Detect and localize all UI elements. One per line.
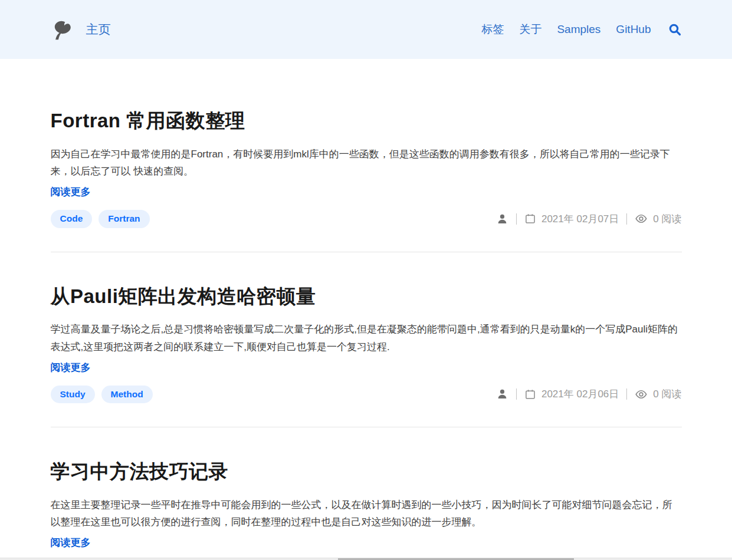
- post-list: Fortran 常用函数整理 因为自己在学习中最常使用的是Fortran，有时候…: [51, 59, 682, 560]
- nav-link-github[interactable]: GitHub: [616, 23, 651, 36]
- ginkgo-leaf-icon[interactable]: [51, 18, 73, 41]
- post-card: 从Pauli矩阵出发构造哈密顿量 学过高量及量子场论之后,总是习惯将哈密顿量写成…: [51, 252, 682, 428]
- search-icon[interactable]: [668, 22, 682, 37]
- meta-separator: [516, 388, 517, 400]
- tag-pill[interactable]: Study: [51, 386, 95, 403]
- nav-home-link[interactable]: 主页: [86, 21, 111, 38]
- tag-pill[interactable]: Fortran: [99, 210, 149, 228]
- tag-pill[interactable]: Code: [51, 210, 93, 228]
- meta-separator: [516, 213, 517, 225]
- post-excerpt: 因为自己在学习中最常使用的是Fortran，有时候要用到mkl库中的一些函数，但…: [51, 146, 682, 180]
- views-icon: [635, 388, 648, 401]
- post-views: 0 阅读: [653, 212, 681, 226]
- nav-menu: 标签 关于 Samples GitHub: [466, 22, 681, 37]
- calendar-icon: [524, 213, 536, 225]
- post-card: Fortran 常用函数整理 因为自己在学习中最常使用的是Fortran，有时候…: [51, 77, 682, 252]
- views-icon: [635, 212, 648, 225]
- meta-separator: [626, 388, 627, 400]
- brand: 主页: [51, 18, 111, 41]
- navbar: 主页 标签 关于 Samples GitHub: [0, 0, 732, 59]
- tag-list: Study Method: [51, 386, 153, 403]
- post-views: 0 阅读: [653, 387, 681, 401]
- post-card: 学习中方法技巧记录 在这里主要整理记录一些平时在推导中可能会用到的一些公式，以及…: [51, 427, 682, 560]
- read-more-link[interactable]: 阅读更多: [51, 185, 91, 199]
- post-excerpt: 学过高量及量子场论之后,总是习惯将哈密顿量写成二次量子化的形式,但是在凝聚态的能…: [51, 321, 682, 355]
- post-title-link[interactable]: 学习中方法技巧记录: [51, 459, 229, 485]
- tag-pill[interactable]: Method: [101, 386, 153, 403]
- meta-separator: [626, 213, 627, 225]
- horizontal-scrollbar[interactable]: [0, 558, 732, 560]
- calendar-icon: [524, 388, 536, 400]
- author-icon: [496, 388, 508, 400]
- nav-link-about[interactable]: 关于: [519, 22, 541, 37]
- post-excerpt: 在这里主要整理记录一些平时在推导中可能会用到的一些公式，以及在做计算时遇到的一些…: [51, 496, 682, 531]
- post-meta: 2021年 02月07日 0 阅读: [496, 212, 682, 226]
- read-more-link[interactable]: 阅读更多: [51, 361, 91, 374]
- post-meta: 2021年 02月06日 0 阅读: [496, 387, 682, 401]
- read-more-link[interactable]: 阅读更多: [51, 536, 91, 549]
- post-date: 2021年 02月07日: [541, 212, 619, 226]
- nav-link-samples[interactable]: Samples: [557, 23, 600, 36]
- author-icon: [496, 213, 508, 225]
- nav-link-tags[interactable]: 标签: [481, 22, 504, 37]
- post-date: 2021年 02月06日: [541, 387, 619, 401]
- tag-list: Code Fortran: [51, 210, 150, 228]
- post-title-link[interactable]: 从Pauli矩阵出发构造哈密顿量: [51, 284, 316, 309]
- post-title-link[interactable]: Fortran 常用函数整理: [51, 108, 245, 134]
